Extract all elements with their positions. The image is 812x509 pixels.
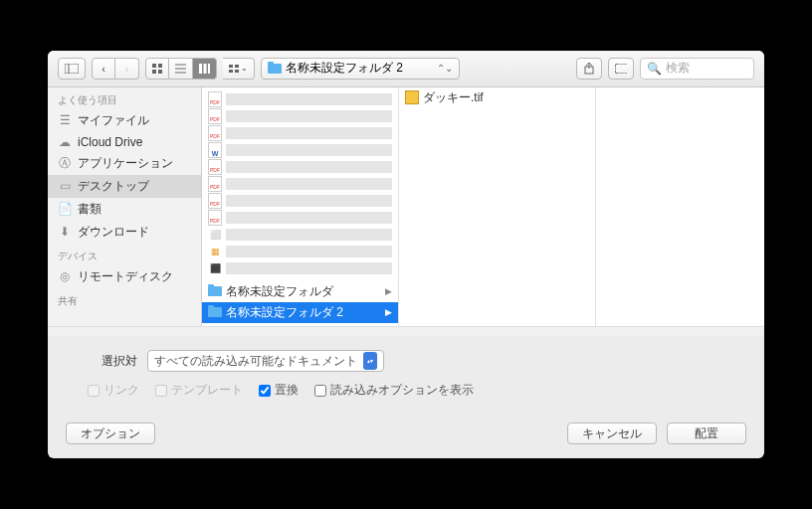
svg-rect-5 [158,70,162,74]
enable-label: 選択対 [68,353,137,370]
options-panel: 選択対 すべての読み込み可能なドキュメント ▴▾ リンク テンプレート 置換 読… [48,336,764,413]
sidebar-devices-header: デバイス [48,244,201,265]
disc-icon: ◎ [58,270,72,282]
chevron-right-icon: ▶ [385,307,392,317]
replace-checkbox[interactable]: 置換 [259,382,299,399]
svg-rect-11 [208,64,210,74]
svg-rect-3 [158,64,162,68]
sidebar-item-documents[interactable]: 📄書類 [48,198,201,221]
svg-rect-9 [199,64,202,74]
sidebar-item-desktop[interactable]: ▭デスクトップ [48,175,201,198]
column-2[interactable]: ダッキー.tif [399,87,596,327]
cloud-icon: ☁ [58,136,72,148]
redacted-files: ⬜ ▦ ⬛ [208,91,392,277]
open-dialog: ‹ › ⌄ 名称未設定フォルダ 2 ⌃⌄ [48,51,764,458]
cancel-button[interactable]: キャンセル [567,423,657,444]
chevron-right-icon: ▶ [385,286,392,296]
search-placeholder: 検索 [666,60,690,77]
path-popup[interactable]: 名称未設定フォルダ 2 ⌃⌄ [261,58,460,80]
view-column-button[interactable] [193,58,217,80]
svg-rect-12 [229,65,233,68]
doc-icon: 📄 [58,203,72,215]
search-input[interactable]: 🔍 検索 [640,58,754,80]
sidebar: よく使う項目 ☰マイファイル ☁iCloud Drive Ⓐアプリケーション ▭… [48,87,202,327]
folder-icon [268,64,282,74]
chevron-updown-icon: ▴▾ [363,352,377,370]
sidebar-toggle-button[interactable] [58,58,86,80]
sidebar-item-myfiles[interactable]: ☰マイファイル [48,109,201,132]
place-button[interactable]: 配置 [667,423,746,444]
share-button[interactable] [576,58,602,80]
forward-button[interactable]: › [115,58,139,80]
columns-view: ⬜ ▦ ⬛ 名称未設定フォルダ▶ 名称未設定フォルダ 2▶ ダッキー.tif [202,87,764,327]
folder-icon [208,307,222,317]
download-icon: ⬇ [58,226,72,238]
search-icon: 🔍 [647,62,662,76]
path-label: 名称未設定フォルダ 2 [286,60,403,77]
column-row-folder2[interactable]: 名称未設定フォルダ 2▶ [202,302,398,323]
svg-rect-15 [235,70,239,73]
svg-rect-10 [204,64,207,74]
folder-icon [208,286,222,296]
svg-rect-0 [65,64,79,74]
back-button[interactable]: ‹ [92,58,115,80]
svg-rect-14 [229,70,233,73]
options-button[interactable]: オプション [66,423,155,444]
link-checkbox: リンク [88,382,139,399]
footer: オプション キャンセル 配置 [48,413,764,458]
svg-rect-2 [152,64,156,68]
sidebar-item-downloads[interactable]: ⬇ダウンロード [48,221,201,244]
toolbar: ‹ › ⌄ 名称未設定フォルダ 2 ⌃⌄ [48,51,764,87]
chevron-updown-icon: ⌃⌄ [437,63,453,74]
view-list-button[interactable] [169,58,193,80]
sidebar-item-remotedisk[interactable]: ◎リモートディスク [48,265,201,288]
file-icon: ☰ [58,114,72,126]
arrange-button[interactable]: ⌄ [223,58,255,80]
desktop-icon: ▭ [58,180,72,192]
tif-icon [405,90,419,104]
sidebar-item-icloud[interactable]: ☁iCloud Drive [48,132,201,152]
sidebar-item-applications[interactable]: Ⓐアプリケーション [48,152,201,175]
svg-rect-4 [152,70,156,74]
scrollbar-track[interactable] [48,326,764,336]
svg-rect-18 [615,64,627,74]
column-row-folder1[interactable]: 名称未設定フォルダ▶ [202,281,398,302]
browser-body: よく使う項目 ☰マイファイル ☁iCloud Drive Ⓐアプリケーション ▭… [48,87,764,327]
sidebar-favorites-header: よく使う項目 [48,87,201,109]
app-icon: Ⓐ [58,157,72,169]
svg-rect-13 [235,65,239,68]
column-3[interactable] [596,87,764,327]
filter-popup[interactable]: すべての読み込み可能なドキュメント ▴▾ [147,350,384,372]
sidebar-shared-header: 共有 [48,288,201,310]
tags-button[interactable] [608,58,634,80]
column-row-file1[interactable]: ダッキー.tif [399,87,595,108]
template-checkbox: テンプレート [155,382,243,399]
show-import-checkbox[interactable]: 読み込みオプションを表示 [314,382,474,399]
view-icon-button[interactable] [145,58,169,80]
column-1[interactable]: ⬜ ▦ ⬛ 名称未設定フォルダ▶ 名称未設定フォルダ 2▶ [202,87,399,327]
